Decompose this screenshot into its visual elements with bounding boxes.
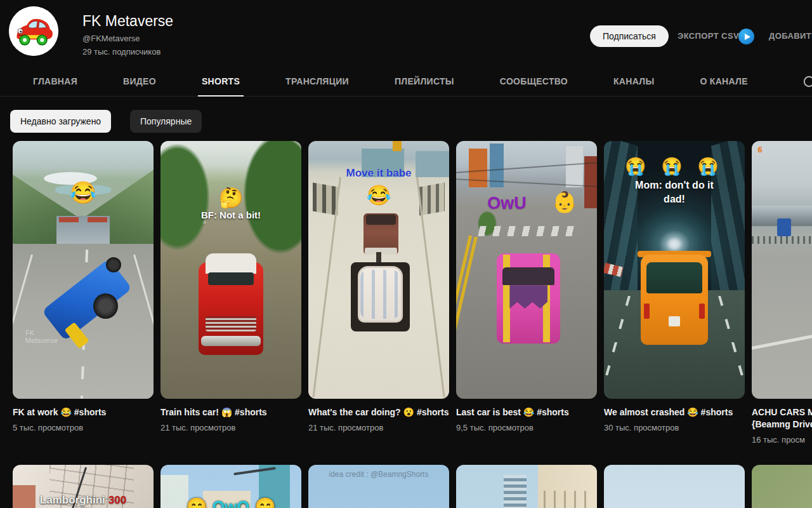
thumbnail-caption: Mom: don't do it dad! — [604, 178, 745, 206]
video-card: 😂 FK Metaverse FK at work 😂 #shorts 5 ты… — [13, 141, 154, 444]
thumbnail-emoji: 😭 😭 😭 — [604, 156, 745, 177]
car-window-shape — [502, 267, 554, 285]
thumbnail-emoji: 😄 — [254, 497, 276, 508]
video-thumbnail[interactable]: 🤔 BF: Not a bit! — [160, 141, 301, 399]
video-views: 16 тыс. просм — [752, 435, 812, 444]
channel-avatar[interactable] — [9, 6, 58, 56]
thumbnail-emoji: 👶 — [494, 190, 597, 214]
video-thumbnail[interactable] — [456, 465, 597, 508]
thumbnail-emoji: 😄 — [186, 497, 207, 508]
search-icon[interactable] — [802, 74, 812, 93]
subscribe-button[interactable]: Подписаться — [590, 25, 669, 47]
video-card: 😄OwO😄 — [160, 465, 301, 508]
window-grid-shape — [544, 491, 594, 508]
video-thumbnail[interactable]: Move it babe 😂 — [308, 141, 449, 399]
car-window-shape — [646, 262, 703, 293]
play-arrow-icon — [745, 34, 750, 40]
car-bumper-shape — [201, 336, 260, 346]
building-shape — [566, 146, 583, 187]
video-card: 😭 😭 😭 Mom: don't do it dad! We almost cr… — [604, 141, 745, 444]
video-views: 5 тыс. просмотров — [13, 423, 154, 432]
car-grille-shape — [206, 316, 256, 331]
video-thumbnail[interactable]: Lamborghini300 — [13, 465, 154, 508]
road-sign-shape — [777, 218, 791, 236]
video-card: Lamborghini300 — [13, 465, 154, 508]
video-views: 9,5 тыс. просмотров — [456, 423, 597, 432]
chip-recently-uploaded[interactable]: Недавно загружено — [10, 110, 111, 133]
thumbnail-caption: Lamborghini300 — [13, 494, 154, 507]
channel-name: FK Metaverse — [82, 13, 173, 30]
crane-shape — [393, 141, 401, 151]
video-views: 21 тыс. просмотров — [160, 423, 301, 432]
video-title[interactable]: We almost crashed 😂 #shorts — [604, 406, 745, 418]
car-roof-shape — [206, 253, 256, 274]
video-card — [604, 465, 745, 508]
road-line-shape — [752, 314, 812, 352]
video-title[interactable]: FK at work 😂 #shorts — [13, 406, 154, 418]
video-views: 21 тыс. просмотров — [308, 423, 449, 432]
channel-handle: @FKMetaverse — [82, 34, 140, 43]
video-views: 30 тыс. просмотров — [604, 423, 745, 432]
shorts-grid-row1: 😂 FK Metaverse FK at work 😂 #shorts 5 ты… — [13, 141, 812, 444]
tab-home[interactable]: ГЛАВНАЯ — [33, 72, 77, 97]
taillight-shape — [644, 304, 650, 319]
credit-text: idea credit : @BeamngShorts — [308, 470, 449, 479]
red-roof-shape — [760, 481, 812, 508]
ramp-bar-shape — [88, 217, 107, 222]
ramp-bar-shape — [59, 217, 79, 222]
video-title[interactable]: Train hits car! 😱 #shorts — [160, 406, 301, 418]
video-card: idea credit : @BeamngShorts — [308, 465, 449, 508]
license-plate-shape — [669, 316, 680, 326]
tab-channels[interactable]: КАНАЛЫ — [613, 72, 654, 97]
video-thumbnail[interactable]: OwU 👶 — [456, 141, 597, 399]
thumbnail-caption: Move it babe — [308, 167, 449, 180]
shorts-grid-row2: Lamborghini300 😄OwO😄 idea credit : @Beam… — [13, 465, 812, 508]
add-button[interactable]: ДОБАВИТЬ — [769, 31, 812, 41]
video-title[interactable]: Last car is best 😂 #shorts — [456, 406, 597, 418]
truck-cab-shape — [366, 215, 396, 225]
thumbnail-emoji: 🤔 — [160, 186, 301, 210]
video-title[interactable]: What's the car doing? 😮 #shorts — [308, 406, 449, 418]
tab-community[interactable]: СООБЩЕСТВО — [500, 72, 568, 97]
tab-videos[interactable]: ВИДЕО — [123, 72, 156, 97]
fence-shape — [752, 236, 812, 244]
yellow-line-shape — [456, 236, 478, 399]
thumbnail-emoji: 😂 — [308, 184, 449, 207]
hud-readout: 6 49.2 — [757, 145, 812, 154]
car-window-shape — [208, 272, 253, 285]
video-card: 🤔 BF: Not a bit! Train hits car! 😱 #shor… — [160, 141, 301, 444]
tab-live[interactable]: ТРАНСЛЯЦИИ — [285, 72, 349, 97]
hud-left-value: 6 — [757, 145, 763, 154]
video-card — [752, 465, 812, 508]
video-thumbnail[interactable]: idea credit : @BeamngShorts — [308, 465, 449, 508]
thumbnail-emoji: 😂 — [13, 180, 154, 205]
building-shape — [469, 149, 487, 187]
tab-shorts[interactable]: SHORTS — [202, 72, 240, 97]
taillight-shape — [699, 304, 705, 319]
video-thumbnail[interactable]: 😂 FK Metaverse — [13, 141, 154, 399]
video-thumbnail[interactable]: 😄OwO😄 — [160, 465, 301, 508]
video-card: Move it babe 😂 What's the car doing? 😮 #… — [308, 141, 449, 444]
subscriber-count: 29 тыс. подписчиков — [82, 47, 160, 57]
video-thumbnail[interactable]: 😭 😭 😭 Mom: don't do it dad! — [604, 141, 745, 399]
video-thumbnail[interactable] — [604, 465, 745, 508]
wheel-shape — [106, 257, 121, 272]
video-thumbnail[interactable]: 6 49.2 — [752, 141, 812, 399]
chip-popular[interactable]: Популярные — [130, 110, 202, 133]
video-thumbnail[interactable] — [752, 465, 812, 508]
video-card — [456, 465, 597, 508]
building-shape — [504, 475, 527, 508]
crosswalk-shape — [478, 226, 575, 236]
video-card: OwU 👶 Last car is best 😂 #shorts 9,5 тыс… — [456, 141, 597, 444]
cartoon-car-logo — [9, 6, 58, 56]
tab-about[interactable]: О КАНАЛЕ — [700, 72, 747, 97]
extension-icon[interactable] — [738, 29, 754, 44]
owo-text: OwO — [213, 498, 249, 508]
lamborghini-number: 300 — [108, 494, 126, 506]
armchair-stripes-shape — [360, 270, 400, 319]
thumbnail-caption: BF: Not a bit! — [160, 210, 301, 220]
tab-playlists[interactable]: ПЛЕЙЛИСТЫ — [395, 72, 454, 97]
export-csv-button[interactable]: ЭКСПОРТ CSV — [678, 31, 739, 41]
video-card: 6 49.2 ACHU CARS M {Beamng Drive 16 тыс.… — [752, 141, 812, 444]
video-title[interactable]: ACHU CARS M {Beamng Drive — [752, 406, 812, 431]
